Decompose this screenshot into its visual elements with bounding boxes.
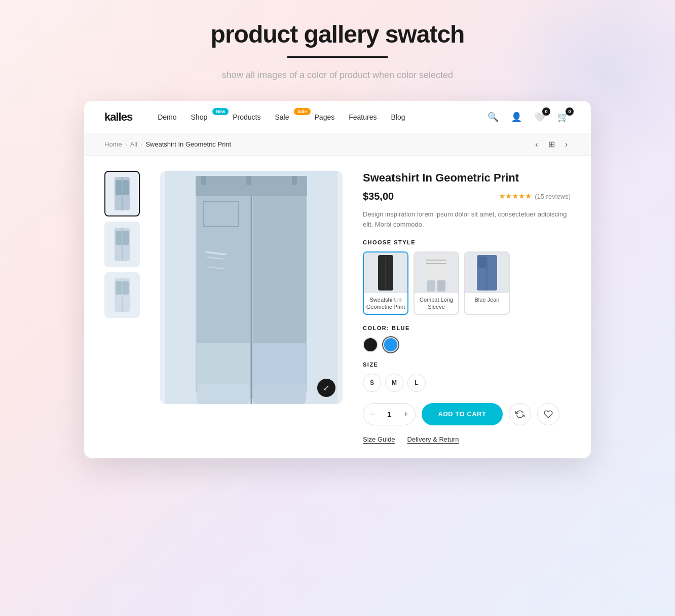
color-label: COLOR: BLUE bbox=[363, 325, 571, 331]
search-button[interactable]: 🔍 bbox=[485, 110, 501, 125]
nav-link-products[interactable]: Products bbox=[233, 113, 260, 121]
svg-rect-2 bbox=[116, 180, 122, 195]
thumbnail-3[interactable] bbox=[104, 272, 140, 318]
svg-rect-16 bbox=[197, 196, 250, 348]
quantity-decrease[interactable]: − bbox=[363, 403, 382, 425]
breadcrumb: Home › All › Sweatshirt In Geometric Pri… bbox=[104, 140, 231, 148]
nav-link-sale[interactable]: Sale Sale bbox=[275, 113, 300, 121]
choose-style-label: CHOOSE STYLE bbox=[363, 239, 571, 245]
svg-rect-3 bbox=[123, 180, 129, 195]
svg-rect-38 bbox=[478, 257, 486, 268]
grid-view-button[interactable]: ⊞ bbox=[545, 138, 558, 150]
svg-rect-28 bbox=[253, 384, 306, 404]
nav-link-blog[interactable]: Blog bbox=[391, 113, 405, 121]
hero-underline bbox=[287, 56, 388, 58]
prev-product-button[interactable]: ‹ bbox=[532, 139, 541, 150]
hero-subtitle: show all images of a color of product wh… bbox=[211, 70, 465, 81]
nav-icons: 🔍 👤 🤍 0 🛒 0 bbox=[485, 110, 571, 125]
product-title: Sweatshirt In Geometric Print bbox=[363, 171, 571, 186]
nav-link-features[interactable]: Features bbox=[349, 113, 377, 121]
product-section: ⤢ Sweatshirt In Geometric Print $35,00 ★… bbox=[84, 156, 591, 458]
svg-rect-6 bbox=[116, 231, 122, 245]
compare-button[interactable] bbox=[509, 403, 531, 425]
hero-title: product gallery swatch bbox=[211, 20, 465, 48]
links-row: Size Guide Delivery & Return bbox=[363, 436, 571, 443]
style-swatch-img-2 bbox=[415, 252, 458, 293]
nav-link-demo[interactable]: Demo bbox=[158, 113, 176, 121]
review-count: (15 reviews) bbox=[535, 193, 571, 200]
thumbnail-2[interactable] bbox=[104, 222, 140, 267]
size-s[interactable]: S bbox=[363, 374, 381, 392]
color-row bbox=[363, 337, 571, 352]
nav-link-pages[interactable]: Pages bbox=[315, 113, 335, 121]
svg-rect-24 bbox=[292, 176, 297, 185]
svg-rect-11 bbox=[123, 281, 129, 295]
style-swatch-2[interactable]: Combat Long Sleeve bbox=[414, 251, 459, 315]
wishlist-add-button[interactable] bbox=[537, 403, 559, 425]
quantity-value: 1 bbox=[382, 410, 397, 418]
cart-button[interactable]: 🛒 0 bbox=[555, 110, 571, 125]
style-swatch-1[interactable]: Sweatshirt in Geometric Print bbox=[363, 251, 408, 315]
expand-image-button[interactable]: ⤢ bbox=[317, 379, 335, 397]
style-swatch-img-3 bbox=[465, 252, 509, 293]
style-swatch-img-1 bbox=[364, 252, 407, 293]
breadcrumb-home[interactable]: Home bbox=[104, 140, 122, 148]
nav-links: Demo Shop New Products Sale Sale Pages F… bbox=[158, 113, 485, 121]
svg-rect-7 bbox=[123, 231, 129, 245]
nav-link-shop[interactable]: Shop New bbox=[191, 113, 219, 121]
nav-logo: kalles bbox=[104, 111, 132, 124]
style-swatch-label-3: Blue Jean bbox=[465, 293, 509, 306]
quantity-control: − 1 + bbox=[363, 403, 416, 425]
product-info: Sweatshirt In Geometric Print $35,00 ★★★… bbox=[363, 171, 571, 443]
color-swatch-blue[interactable] bbox=[383, 337, 398, 352]
product-description: Design inspiration lorem ipsum dolor sit… bbox=[363, 209, 571, 231]
store-nav: kalles Demo Shop New Products Sale Sale … bbox=[84, 101, 591, 133]
next-product-button[interactable]: › bbox=[562, 139, 571, 150]
style-swatch-label-2: Combat Long Sleeve bbox=[415, 293, 458, 314]
delivery-return-link[interactable]: Delivery & Return bbox=[407, 436, 459, 443]
thumbnail-1[interactable] bbox=[104, 171, 140, 216]
add-to-cart-button[interactable]: ADD TO CART bbox=[422, 403, 503, 425]
svg-rect-17 bbox=[253, 196, 306, 348]
account-button[interactable]: 👤 bbox=[509, 110, 524, 125]
cart-row: − 1 + ADD TO CART bbox=[363, 403, 571, 425]
svg-rect-10 bbox=[116, 281, 122, 295]
svg-rect-31 bbox=[426, 255, 446, 283]
size-guide-link[interactable]: Size Guide bbox=[363, 436, 395, 443]
svg-rect-27 bbox=[197, 384, 250, 404]
breadcrumb-product: Sweatshirt In Geometric Print bbox=[145, 140, 231, 148]
breadcrumb-nav: ‹ ⊞ › bbox=[532, 138, 571, 150]
size-l[interactable]: L bbox=[407, 374, 426, 392]
style-swatch-label-1: Sweatshirt in Geometric Print bbox=[364, 293, 407, 314]
svg-rect-34 bbox=[427, 280, 435, 292]
svg-rect-35 bbox=[437, 280, 445, 292]
size-label: SIZE bbox=[363, 361, 571, 368]
breadcrumb-all[interactable]: All bbox=[130, 140, 137, 148]
svg-rect-22 bbox=[201, 176, 206, 185]
size-row: S M L bbox=[363, 374, 571, 392]
badge-new: New bbox=[212, 108, 229, 115]
store-window: kalles Demo Shop New Products Sale Sale … bbox=[84, 101, 591, 458]
product-price: $35,00 bbox=[363, 191, 394, 202]
wishlist-count: 0 bbox=[542, 107, 550, 116]
product-rating: ★★★★★ (15 reviews) bbox=[499, 192, 571, 201]
style-swatch-3[interactable]: Blue Jean bbox=[464, 251, 510, 315]
stars: ★★★★★ bbox=[499, 192, 532, 201]
style-swatches: Sweatshirt in Geometric Print Combat Lon… bbox=[363, 251, 571, 315]
size-m[interactable]: M bbox=[385, 374, 403, 392]
cart-count: 0 bbox=[566, 107, 574, 116]
badge-sale: Sale bbox=[294, 108, 311, 115]
wishlist-button[interactable]: 🤍 0 bbox=[532, 110, 547, 125]
thumbnail-column bbox=[104, 171, 140, 443]
product-price-row: $35,00 ★★★★★ (15 reviews) bbox=[363, 191, 571, 202]
main-product-image: ⤢ bbox=[160, 171, 343, 404]
quantity-increase[interactable]: + bbox=[397, 403, 415, 425]
svg-rect-23 bbox=[246, 176, 251, 185]
page-hero: product gallery swatch show all images o… bbox=[211, 20, 465, 81]
color-swatch-black[interactable] bbox=[363, 337, 378, 352]
breadcrumb-bar: Home › All › Sweatshirt In Geometric Pri… bbox=[84, 133, 591, 156]
